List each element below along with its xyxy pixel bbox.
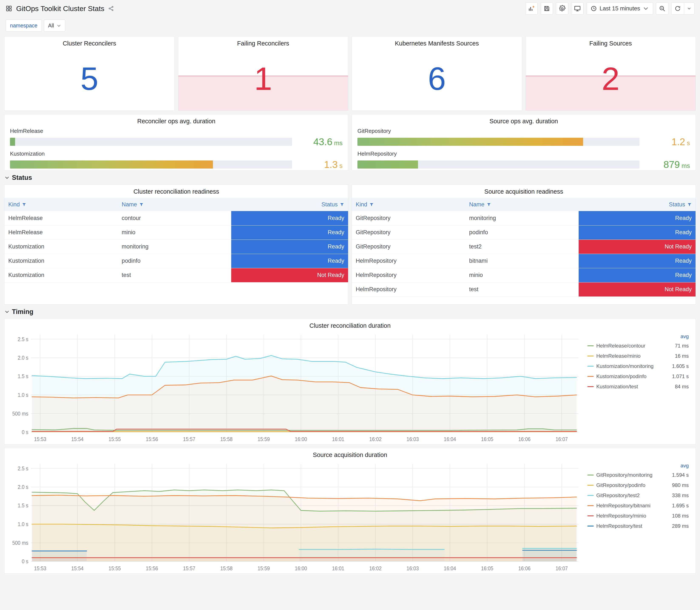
panel-title[interactable]: Failing Reconcilers [178,36,348,47]
table-header-row: Kind Name Status [352,198,696,211]
refresh-button-group [671,2,695,15]
table-row: HelmRepository bitnami Ready [352,254,696,268]
svg-text:16:00: 16:00 [295,565,307,571]
series-name[interactable]: GitRepository/test2 [596,493,662,498]
source-ops-panel: Source ops avg. duration GitRepository 1… [352,114,696,171]
legend-avg-header[interactable]: avg [587,462,689,470]
svg-text:15:55: 15:55 [109,565,121,571]
variable-namespace-value: All [48,22,54,29]
panel-title[interactable]: Source ops avg. duration [357,114,690,125]
series-avg-value: 338 ms [664,493,689,498]
section-timing[interactable]: Timing [4,308,696,316]
series-avg-value: 1.594 s [664,472,689,478]
panel-title[interactable]: Reconciler ops avg. duration [10,114,343,125]
panel-title[interactable]: Source acquisition readiness [352,185,696,195]
time-series-plot[interactable]: 0 s500 ms1.0 s1.5 s2.0 s2.5 s15:5315:541… [9,331,584,443]
time-series-plot[interactable]: 0 s500 ms1.0 s1.5 s2.0 s2.5 s15:5315:541… [9,460,584,572]
svg-text:15:57: 15:57 [183,565,195,571]
refresh-interval-caret[interactable] [684,2,694,14]
series-color-mark [587,376,594,377]
table-row: Kustomization test Not Ready [4,268,348,282]
series-name[interactable]: Kustomization/monitoring [596,363,662,369]
table-row: GitRepository test2 Not Ready [352,240,696,254]
save-dashboard-button[interactable] [541,2,553,15]
refresh-button[interactable] [671,2,684,14]
gauge-fill [357,160,418,168]
series-name[interactable]: GitRepository/podinfo [596,482,662,488]
legend-avg-header[interactable]: avg [587,332,689,341]
kind-cell: Kustomization [4,254,118,268]
series-name[interactable]: HelmRepository/bitnami [596,503,662,509]
series-name[interactable]: HelmRelease/minio [596,353,662,359]
column-header-name[interactable]: Name [466,198,579,211]
gauge-track [357,138,639,146]
dashboard-settings-button[interactable] [556,2,568,15]
panel-title[interactable]: Kubernetes Manifests Sources [352,36,522,47]
panel-title[interactable]: Cluster reconciliation duration [9,319,691,329]
panel-title[interactable]: Source acquisition duration [9,448,691,459]
stat-panel: Cluster Reconcilers 5 [4,36,175,111]
status-badge: Not Ready [579,282,696,296]
dashboard-header: GitOps Toolkit Cluster Stats [0,0,700,17]
series-color-mark [587,495,594,496]
panel-title[interactable]: Failing Sources [526,36,696,47]
series-color-mark [587,346,594,346]
svg-text:2.5 s: 2.5 s [18,336,28,342]
bar-gauge-row: HelmRelease 43.6ms [10,128,343,147]
page-title[interactable]: GitOps Toolkit Cluster Stats [16,4,104,13]
series-color-mark [587,356,594,356]
apps-grid-icon[interactable] [5,5,12,12]
legend-item: Kustomization/monitoring 1.605 s [587,361,689,371]
legend-item: Kustomization/podinfo 1.071 s [587,371,689,382]
column-header-kind[interactable]: Kind [352,198,466,211]
add-panel-button[interactable] [525,2,538,15]
column-header-kind[interactable]: Kind [4,198,118,211]
series-name[interactable]: Kustomization/podinfo [596,373,662,380]
name-cell: test [118,268,231,282]
time-range-picker[interactable]: Last 15 minutes [587,2,653,15]
series-name[interactable]: Kustomization/test [596,384,662,390]
series-avg-value: 980 ms [664,482,689,488]
svg-text:15:58: 15:58 [221,436,233,442]
chevron-down-icon [56,23,61,28]
series-avg-value: 71 ms [664,343,689,349]
legend-item: GitRepository/monitoring 1.594 s [587,470,689,480]
tables-row: Cluster reconciliation readiness Kind Na… [4,184,696,305]
column-header-status[interactable]: Status [579,198,696,211]
filter-icon [487,202,491,207]
kind-cell: Kustomization [4,268,118,282]
svg-text:1.0 s: 1.0 s [18,392,28,398]
svg-text:16:03: 16:03 [407,565,419,571]
variable-namespace-select[interactable]: All [44,19,65,32]
column-header-name[interactable]: Name [118,198,231,211]
stat-value: 2 [526,47,696,111]
zoom-out-time-button[interactable] [656,2,668,15]
series-avg-value: 1.695 s [664,503,689,509]
table-row: HelmRelease contour Ready [4,211,348,225]
series-name[interactable]: HelmRepository/test [596,523,662,529]
status-badge: Ready [579,254,696,268]
series-name[interactable]: HelmRepository/minio [596,513,662,519]
series-name[interactable]: GitRepository/monitoring [596,472,662,478]
svg-text:15:59: 15:59 [258,436,270,442]
cycle-view-mode-button[interactable] [571,2,584,15]
panel-title[interactable]: Cluster reconciliation readiness [4,185,348,195]
svg-text:15:56: 15:56 [146,436,158,442]
gauge-value: 1.2s [646,136,690,147]
bar-gauge-row: GitRepository 1.2s [357,128,690,147]
series-name[interactable]: HelmRelease/contour [596,343,662,349]
svg-text:15:56: 15:56 [146,565,158,571]
section-status[interactable]: Status [4,174,696,181]
panel-title[interactable]: Cluster Reconcilers [4,36,175,47]
legend-item: Kustomization/test 84 ms [587,382,689,392]
share-icon[interactable] [108,5,114,12]
gauge-label: GitRepository [357,128,690,134]
kind-cell: HelmRepository [352,254,466,268]
column-header-status[interactable]: Status [231,198,348,211]
series-avg-value: 289 ms [664,523,689,529]
bar-gauge-row: Kustomization 1.3s [10,150,343,170]
name-cell: test2 [466,240,579,254]
table-row: HelmRepository test Not Ready [352,282,696,296]
table-row: Kustomization podinfo Ready [4,254,348,268]
svg-text:500 ms: 500 ms [12,411,29,417]
